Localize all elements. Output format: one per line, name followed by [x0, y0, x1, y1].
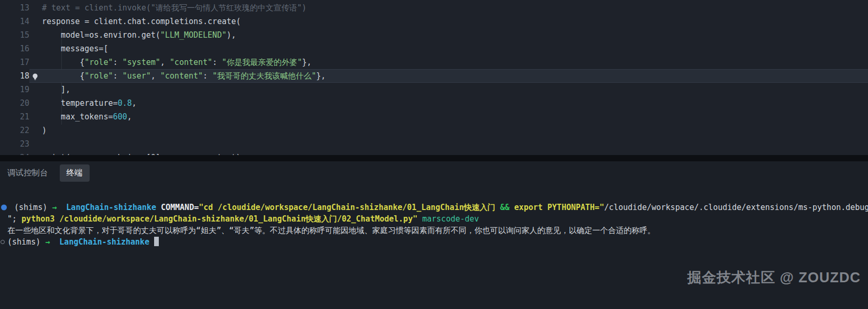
token: messages=[	[42, 44, 108, 53]
token: (shims)	[14, 203, 52, 212]
token: ,	[151, 71, 160, 81]
token: :	[113, 58, 122, 67]
code-line[interactable]: 14response = client.chat.completions.cre…	[0, 15, 868, 28]
code-text: temperature=0.8,	[42, 96, 137, 110]
glyph-margin	[29, 83, 42, 96]
token: &&	[495, 203, 514, 212]
code-line-body: response = client.chat.completions.creat…	[29, 15, 868, 28]
glyph-margin	[29, 15, 42, 28]
line-number[interactable]: 19	[0, 83, 29, 96]
token: response = client.chat.completions.creat…	[42, 17, 241, 26]
token: "role"	[84, 58, 113, 67]
code-line-body: temperature=0.8,	[29, 96, 868, 110]
token	[50, 237, 59, 247]
line-number[interactable]: 13	[0, 1, 29, 15]
token: "你是我最亲爱的外婆"	[222, 58, 302, 67]
token: {	[42, 58, 84, 67]
command-status-dot-icon	[1, 205, 7, 211]
token: (shims)	[7, 237, 45, 247]
token: "user"	[123, 71, 151, 81]
token: model=os.environ.get(	[42, 30, 160, 40]
code-line[interactable]: 20 temperature=0.8,	[0, 96, 868, 110]
terminal-line: "; python3 /cloudide/workspace/LangChain…	[0, 213, 868, 225]
line-number[interactable]: 16	[0, 42, 29, 56]
code-line-body: print(response.choices[0].message.conten…	[29, 151, 868, 155]
token: 600	[113, 112, 127, 122]
code-line[interactable]: 16 messages=[	[0, 42, 868, 56]
token: )	[42, 126, 47, 135]
token: 在一些地区和文化背景下，对于哥哥的丈夫可以称呼为“姐夫”、“哥夫”等。不过具体的…	[7, 226, 655, 235]
token: →	[45, 237, 50, 247]
code-line[interactable]: 22)	[0, 124, 868, 137]
token: ,	[132, 98, 137, 108]
code-line-body: messages=[	[29, 42, 868, 56]
line-number[interactable]: 21	[0, 110, 29, 124]
code-text: ],	[42, 83, 70, 96]
token: print(response.choices[0].message.conten…	[42, 153, 241, 155]
editor-panel-divider[interactable]	[0, 155, 868, 161]
line-number[interactable]: 17	[0, 56, 29, 69]
code-line-body: ],	[29, 83, 868, 96]
terminal-line: (shims) → LangChain-shizhanke	[0, 236, 868, 248]
token: LangChain-shizhanke	[66, 203, 156, 212]
token: LangChain-shizhanke	[59, 237, 149, 247]
token: "content"	[170, 58, 212, 67]
code-text: model=os.environ.get("LLM_MODELEND"),	[42, 28, 236, 42]
code-line[interactable]: 18 {"role": "user", "content": "我哥哥的丈夫我该…	[0, 69, 868, 83]
terminal-output[interactable]: (shims) → LangChain-shizhanke COMMAND="c…	[0, 184, 868, 309]
code-text: # text = client.invoke("请给我写一句情人节红玫瑰的中文宣…	[42, 1, 307, 15]
token: :	[212, 58, 222, 67]
code-line[interactable]: 17 {"role": "system", "content": "你是我最亲爱…	[0, 56, 868, 69]
glyph-margin	[29, 151, 42, 155]
line-number[interactable]: 14	[0, 15, 29, 28]
token: marscode-dev	[422, 214, 479, 224]
token: # text = client.invoke("请给我写一句情人节红玫瑰的中文宣…	[42, 3, 307, 13]
code-line-body: {"role": "system", "content": "你是我最亲爱的外婆…	[29, 56, 868, 69]
code-line[interactable]: 21 max_tokens=600,	[0, 110, 868, 124]
code-line[interactable]: 23	[0, 137, 868, 151]
line-number[interactable]: 23	[0, 137, 29, 151]
terminal-cursor[interactable]	[154, 237, 159, 246]
code-line[interactable]: 13# text = client.invoke("请给我写一句情人节红玫瑰的中…	[0, 1, 868, 15]
panel-tab-bar: 调试控制台 终端	[0, 161, 868, 184]
token: "我哥哥的丈夫我该喊他什么"	[212, 71, 316, 81]
token: "role"	[84, 71, 113, 81]
glyph-margin	[29, 42, 42, 56]
token: {	[42, 71, 84, 81]
token: },	[302, 58, 311, 67]
token: ],	[42, 85, 70, 94]
code-text: {"role": "system", "content": "你是我最亲爱的外婆…	[42, 56, 311, 69]
tab-terminal[interactable]: 终端	[60, 164, 90, 182]
glyph-margin	[29, 96, 42, 110]
line-number[interactable]: 20	[0, 96, 29, 110]
token: "LLM_MODELEND"	[160, 30, 226, 40]
line-number[interactable]: 22	[0, 124, 29, 137]
token	[417, 214, 422, 224]
code-line[interactable]: 15 model=os.environ.get("LLM_MODELEND"),	[0, 28, 868, 42]
glyph-margin	[29, 69, 42, 83]
token: ),	[226, 30, 236, 40]
code-line-body: model=os.environ.get("LLM_MODELEND"),	[29, 28, 868, 42]
tab-debug-console[interactable]: 调试控制台	[7, 168, 48, 179]
line-number[interactable]: 18	[0, 69, 29, 83]
watermark-text: 掘金技术社区 @ ZOUZDC	[687, 268, 861, 287]
code-line[interactable]: 19 ],	[0, 83, 868, 96]
code-text: )	[42, 124, 47, 137]
glyph-margin	[29, 124, 42, 137]
token: 0.8	[118, 98, 132, 108]
token	[149, 237, 154, 247]
token: export PYTHONPATH="	[514, 203, 604, 212]
code-text: print(response.choices[0].message.conten…	[42, 151, 241, 155]
glyph-margin	[29, 28, 42, 42]
glyph-margin	[29, 1, 42, 15]
code-editor[interactable]: 13# text = client.invoke("请给我写一句情人节红玫瑰的中…	[0, 0, 868, 155]
token: ,	[160, 58, 170, 67]
token	[57, 203, 66, 212]
code-text: response = client.chat.completions.creat…	[42, 15, 241, 28]
command-status-ring-icon	[1, 240, 5, 244]
code-line[interactable]: 24print(response.choices[0].message.cont…	[0, 151, 868, 155]
line-number[interactable]: 24	[0, 151, 29, 155]
code-line-body: )	[29, 124, 868, 137]
line-number[interactable]: 15	[0, 28, 29, 42]
glyph-margin	[29, 110, 42, 124]
